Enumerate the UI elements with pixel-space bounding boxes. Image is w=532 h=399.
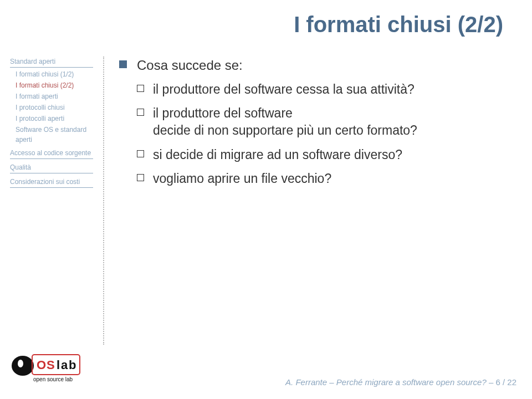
footer-page: 6 / 22 bbox=[495, 377, 516, 387]
bullet-text: il produttore del software decide di non… bbox=[153, 105, 417, 139]
bullet-text: il produttore del software cessa la sua … bbox=[153, 81, 415, 98]
sidebar-section-standard[interactable]: Standard aperti bbox=[10, 57, 93, 68]
footer-sep: – bbox=[327, 377, 336, 387]
sidebar-item[interactable]: I formati chiusi (1/2) bbox=[16, 69, 93, 79]
sidebar-item[interactable]: I protocolli aperti bbox=[16, 114, 93, 124]
outline-sidebar: Standard aperti I formati chiusi (1/2) I… bbox=[10, 57, 93, 190]
slide-footer: A. Ferrante – Perché migrare a software … bbox=[285, 377, 516, 387]
square-bullet-icon bbox=[119, 60, 127, 68]
bullet-lead: Cosa succede se: bbox=[119, 57, 507, 74]
slide-body: Cosa succede se: il produttore del softw… bbox=[119, 57, 507, 194]
sidebar-section-qualita[interactable]: Qualità bbox=[10, 162, 93, 173]
sidebar-item-current[interactable]: I formati chiusi (2/2) bbox=[16, 80, 93, 90]
bullet-sub: vogliamo aprire un file vecchio? bbox=[119, 170, 507, 187]
open-square-icon bbox=[137, 174, 144, 181]
bullet-sub: il produttore del software cessa la sua … bbox=[119, 81, 507, 98]
svg-text:a: a bbox=[61, 358, 68, 372]
svg-text:O: O bbox=[37, 358, 46, 372]
svg-text:S: S bbox=[47, 358, 55, 372]
vertical-divider bbox=[103, 57, 104, 345]
open-square-icon bbox=[137, 85, 144, 92]
bullet-text: Cosa succede se: bbox=[137, 57, 243, 74]
sidebar-item[interactable]: I protocolli chiusi bbox=[16, 103, 93, 112]
sidebar-section-costi[interactable]: Considerazioni sui costi bbox=[10, 177, 93, 188]
sidebar-item[interactable]: Software OS e standard aperti bbox=[16, 125, 93, 145]
bullet-text: si decide di migrare ad un software dive… bbox=[153, 146, 402, 163]
footer-author: A. Ferrante bbox=[285, 377, 327, 387]
open-square-icon bbox=[137, 150, 144, 157]
oslab-logo: O S l a b open source lab bbox=[10, 350, 82, 385]
logo-tagline: open source lab bbox=[33, 376, 73, 382]
bullet-sub: il produttore del software decide di non… bbox=[119, 105, 507, 139]
bullet-text: vogliamo aprire un file vecchio? bbox=[153, 170, 331, 187]
svg-text:b: b bbox=[69, 358, 76, 372]
footer-page-sep: – bbox=[487, 377, 496, 387]
footer-talk: Perché migrare a software open source? bbox=[336, 377, 487, 387]
sidebar-section-accesso[interactable]: Accesso al codice sorgente bbox=[10, 148, 93, 159]
open-square-icon bbox=[137, 109, 144, 116]
slide-title: I formati chiusi (2/2) bbox=[294, 12, 503, 37]
sidebar-item[interactable]: I formati aperti bbox=[16, 91, 93, 101]
svg-point-1 bbox=[18, 360, 23, 367]
bullet-sub: si decide di migrare ad un software dive… bbox=[119, 146, 507, 163]
svg-text:l: l bbox=[57, 358, 60, 372]
